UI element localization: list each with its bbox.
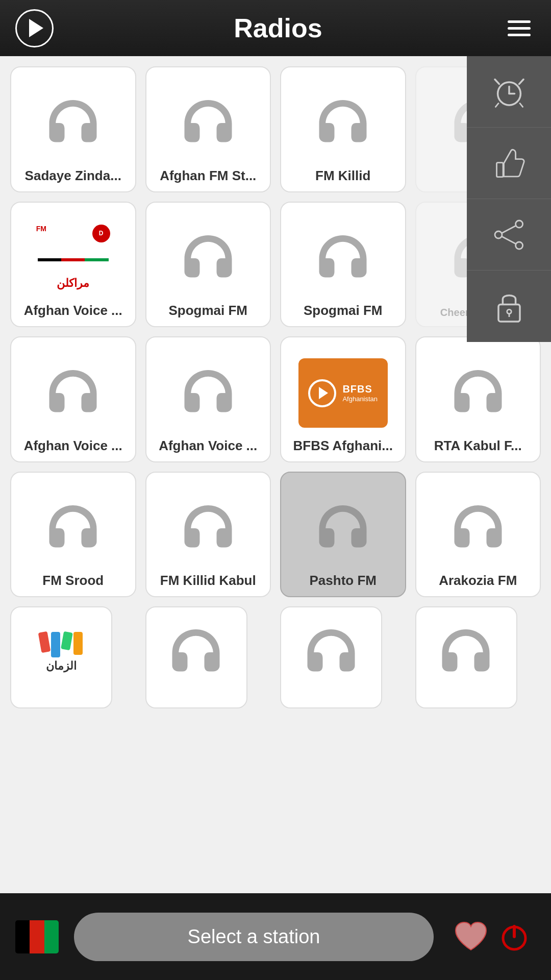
station-image-5: FM D مراكلن: [23, 209, 122, 308]
headphone-svg-6: [178, 228, 239, 289]
thumbsup-panel-item[interactable]: [467, 128, 551, 199]
station-card-5[interactable]: FM D مراكلن Afghan Voice ...: [10, 202, 136, 328]
share-icon: [491, 217, 527, 253]
station-image-11: BFBS Afghanistan: [293, 344, 392, 443]
app-header: Radios: [0, 0, 551, 56]
select-station-label: Select a station: [188, 926, 320, 948]
station-card-10[interactable]: Afghan Voice ...: [145, 336, 271, 462]
menu-line-3: [508, 34, 531, 36]
svg-rect-7: [496, 162, 503, 177]
station-card-6[interactable]: Spogmai FM: [145, 202, 271, 328]
thumbsup-icon: [491, 145, 527, 181]
station-image-2: [159, 74, 258, 173]
headphone-svg-19: [300, 622, 362, 683]
lock-icon: [491, 288, 527, 324]
station-card-11[interactable]: BFBS Afghanistan BFBS Afghani...: [280, 336, 406, 462]
select-station-button[interactable]: Select a station: [74, 913, 434, 961]
station-image-12: [429, 344, 528, 443]
svg-line-5: [495, 103, 498, 107]
station-card-19[interactable]: [280, 606, 382, 708]
svg-line-4: [519, 79, 523, 84]
station-image-19: [291, 612, 371, 693]
headphone-svg-14: [178, 498, 239, 559]
flag-icon: [15, 920, 59, 953]
station-image-16: [429, 479, 528, 578]
station-image-14: [159, 479, 258, 578]
station-card-1[interactable]: Sadaye Zinda...: [10, 66, 136, 192]
flag-stripe-red: [30, 920, 44, 953]
station-image-20: [426, 612, 506, 693]
station-image-7: [293, 209, 392, 308]
play-button[interactable]: [15, 9, 54, 47]
svg-point-9: [495, 231, 502, 238]
share-panel-item[interactable]: [467, 199, 551, 271]
station-card-16[interactable]: Arakozia FM: [415, 472, 541, 598]
heart-icon: [453, 920, 489, 953]
station-image-3: [293, 74, 392, 173]
alarm-icon: [491, 74, 527, 110]
svg-rect-13: [498, 305, 520, 322]
station-card-18[interactable]: [145, 606, 247, 708]
station-image-18: [156, 612, 236, 693]
svg-line-11: [502, 226, 516, 233]
station-card-17[interactable]: الزمان: [10, 606, 112, 708]
flag-stripe-green: [44, 920, 59, 953]
side-panel: [467, 56, 551, 342]
station-card-14[interactable]: FM Killid Kabul: [145, 472, 271, 598]
station-image-15: [293, 479, 392, 578]
station-image-1: [23, 74, 122, 173]
svg-point-8: [515, 220, 522, 228]
station-image-10: [159, 344, 258, 443]
headphone-svg-12: [447, 362, 509, 424]
app-title: Radios: [234, 13, 322, 43]
station-image-13: [23, 479, 122, 578]
station-image-17: الزمان: [21, 612, 102, 693]
headphone-svg-18: [165, 622, 227, 683]
station-card-15[interactable]: Pashto FM: [280, 472, 406, 598]
power-icon: [496, 919, 532, 954]
station-card-13[interactable]: FM Srood: [10, 472, 136, 598]
lock-panel-item[interactable]: [467, 271, 551, 342]
headphone-svg-16: [447, 498, 509, 559]
headphone-svg-1: [42, 92, 104, 154]
menu-button[interactable]: [503, 15, 536, 41]
headphone-svg-2: [178, 92, 239, 154]
svg-line-6: [520, 103, 523, 107]
headphone-svg-9: [42, 362, 104, 424]
station-card-2[interactable]: Afghan FM St...: [145, 66, 271, 192]
station-card-12[interactable]: RTA Kabul F...: [415, 336, 541, 462]
heart-button[interactable]: [449, 915, 492, 959]
svg-line-3: [495, 79, 499, 84]
station-card-3[interactable]: FM Killid: [280, 66, 406, 192]
menu-line-2: [508, 27, 531, 30]
alarm-panel-item[interactable]: [467, 56, 551, 128]
station-image-9: [23, 344, 122, 443]
svg-line-12: [502, 236, 516, 243]
headphone-svg-13: [42, 498, 104, 559]
headphone-svg-3: [312, 92, 373, 154]
bottom-bar: Select a station: [0, 893, 551, 980]
station-card-9[interactable]: Afghan Voice ...: [10, 336, 136, 462]
menu-line-1: [508, 20, 531, 23]
headphone-svg-7: [312, 228, 373, 289]
headphone-svg-15: [312, 498, 373, 559]
svg-point-14: [507, 309, 511, 313]
headphone-svg-10: [178, 362, 239, 424]
svg-point-10: [515, 242, 522, 249]
station-card-20[interactable]: [415, 606, 517, 708]
headphone-svg-20: [435, 622, 496, 683]
power-button[interactable]: [492, 915, 536, 959]
station-card-7[interactable]: Spogmai FM: [280, 202, 406, 328]
station-image-6: [159, 209, 258, 308]
flag-stripe-black: [15, 920, 30, 953]
